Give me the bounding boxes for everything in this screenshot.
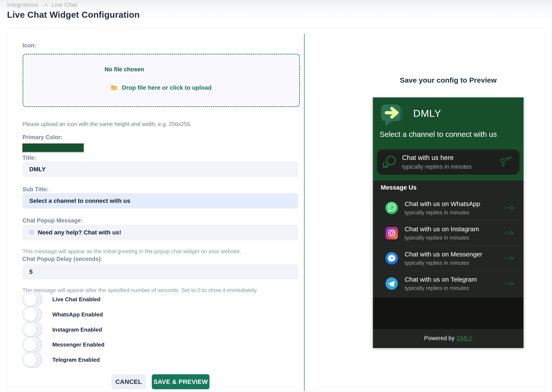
drop-file-text: Drop file here or click to upload: [122, 84, 212, 91]
whatsapp-toggle[interactable]: [22, 307, 42, 322]
widget-header: DMLY Select a channel to connect with us…: [373, 98, 523, 181]
subtitle-input[interactable]: [23, 193, 298, 208]
toggle-knob: [24, 308, 37, 321]
channel-row-whatsapp[interactable]: Chat with us on WhatsApp typically repli…: [373, 195, 523, 221]
popup-message-input[interactable]: Need any help? Chat with us!: [23, 225, 298, 240]
icon-hint: Please upload an icon with the same heig…: [22, 121, 192, 127]
arrow-right-icon: [504, 230, 514, 236]
breadcrumb-live-chat[interactable]: Live Chat: [52, 2, 77, 8]
toggle-label: Messenger Enabled: [52, 341, 105, 348]
widget-subtitle: Select a channel to connect with us: [380, 130, 497, 139]
toggle-knob: [24, 293, 37, 306]
chat-with-us-bar[interactable]: Chat with us here typically replies in m…: [377, 149, 520, 175]
primary-color-label: Primary Color:: [22, 134, 63, 141]
chat-bubbles-outline-icon: [383, 155, 397, 169]
powered-by-text: Powered by: [424, 335, 455, 342]
channel-title: Chat with us on Instagram: [405, 225, 479, 233]
title-label: Title:: [22, 154, 36, 161]
toggle-knob: [24, 323, 37, 336]
toggle-label: Instagram Enabled: [52, 326, 102, 333]
toggle-row-telegram: Telegram Enabled: [22, 352, 100, 368]
instagram-icon: [385, 227, 398, 239]
subtitle-label: Sub Title:: [22, 186, 49, 193]
save-preview-button[interactable]: SAVE & PREVIEW: [152, 374, 210, 389]
breadcrumb-separator: ->: [42, 2, 48, 8]
icon-label: Icon:: [22, 42, 36, 49]
chat-bar-title: Chat with us here: [402, 154, 471, 162]
popup-message-label: Chat Popup Message:: [22, 217, 83, 224]
arrow-right-icon: [504, 255, 514, 261]
messenger-icon: [385, 252, 398, 265]
toggle-row-messenger: Messenger Enabled: [22, 337, 105, 352]
paper-plane-outline-icon: [499, 156, 514, 168]
toggle-label: Live Chat Enabled: [52, 296, 100, 303]
channel-subtitle: typically replies in minutes: [405, 234, 479, 241]
icon-upload-dropzone[interactable]: No file chosen Drop file here or click t…: [23, 54, 300, 107]
widget-body: Message Us Chat with us on WhatsApp typi…: [373, 181, 523, 348]
popup-delay-label: Chat Popup Delay (seconds):: [22, 256, 103, 262]
column-divider: [304, 34, 305, 391]
channel-subtitle: typically replies in minutes: [405, 209, 480, 216]
channel-title: Chat with us on Messenger: [405, 251, 482, 258]
chat-bar-subtitle: typically replies in minutes: [402, 163, 471, 170]
no-file-chosen-text: No file chosen: [105, 66, 144, 73]
toggle-label: WhatsApp Enabled: [52, 311, 103, 318]
breadcrumb: Integrations -> Live Chat: [7, 2, 79, 8]
messenger-toggle[interactable]: [22, 337, 42, 352]
channel-title: Chat with us on Telegram: [405, 276, 477, 283]
primary-color-input[interactable]: [22, 143, 84, 153]
toggle-row-whatsapp: WhatsApp Enabled: [22, 307, 103, 322]
chat-widget-preview: DMLY Select a channel to connect with us…: [373, 97, 524, 348]
arrow-right-icon: [504, 280, 514, 287]
channel-row-messenger[interactable]: Chat with us on Messenger typically repl…: [373, 246, 523, 271]
folder-icon: [111, 85, 117, 92]
channel-title: Chat with us on WhatsApp: [405, 200, 480, 208]
instagram-toggle[interactable]: [22, 322, 42, 337]
title-input[interactable]: [23, 162, 298, 177]
live-chat-toggle[interactable]: [22, 291, 42, 307]
channel-subtitle: typically replies in minutes: [405, 285, 477, 291]
channel-row-telegram[interactable]: Chat with us on Telegram typically repli…: [373, 271, 523, 296]
dmly-logo-icon: [380, 104, 404, 129]
live-chat-config-page: Integrations -> Live Chat Live Chat Widg…: [0, 0, 552, 392]
toggle-row-live-chat: Live Chat Enabled: [22, 291, 100, 307]
channel-subtitle: typically replies in minutes: [405, 260, 482, 266]
toggle-knob: [24, 338, 37, 351]
popup-message-value: Need any help? Chat with us!: [38, 229, 121, 236]
widget-brand-title: DMLY: [413, 107, 441, 119]
breadcrumb-integrations[interactable]: Integrations: [7, 2, 38, 8]
powered-by-link[interactable]: DMLY: [457, 335, 472, 342]
arrow-right-icon: [504, 205, 514, 211]
speech-balloon-icon: [28, 229, 35, 236]
page-title: Live Chat Widget Configuration: [7, 10, 140, 20]
channel-row-instagram[interactable]: Chat with us on Instagram typically repl…: [373, 221, 523, 246]
telegram-toggle[interactable]: [22, 352, 42, 368]
widget-footer: Powered by DMLY: [373, 329, 523, 348]
toggle-row-instagram: Instagram Enabled: [22, 322, 102, 337]
toggle-knob: [24, 354, 37, 366]
widget-empty-area: [373, 297, 523, 329]
popup-delay-input[interactable]: [23, 264, 298, 279]
popup-message-hint: This message will appear as the initial …: [22, 248, 241, 255]
cancel-button[interactable]: CANCEL: [112, 374, 146, 389]
telegram-icon: [385, 277, 398, 290]
toggle-label: Telegram Enabled: [52, 357, 100, 363]
message-us-heading: Message Us: [381, 184, 417, 191]
preview-heading: Save your config to Preview: [373, 76, 524, 84]
whatsapp-icon: [385, 202, 398, 214]
